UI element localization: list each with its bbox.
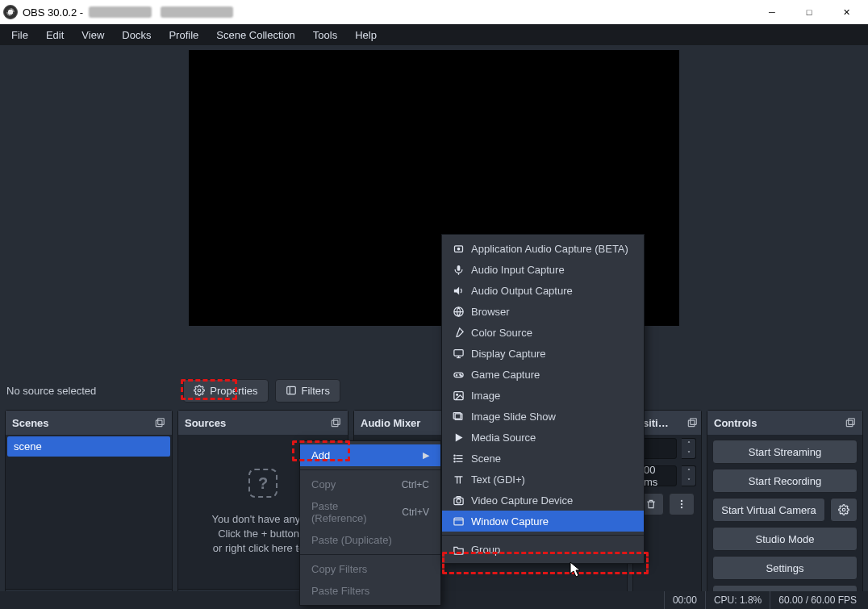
- status-cpu: CPU: 1.8%: [705, 591, 770, 609]
- svg-rect-29: [453, 349, 462, 356]
- submenu-color-source[interactable]: Color Source: [442, 322, 644, 343]
- sources-title: Sources: [185, 417, 226, 429]
- text-icon: [452, 473, 465, 486]
- separator: [300, 469, 440, 470]
- svg-point-45: [453, 455, 454, 456]
- window-maximize-button[interactable]: □: [791, 0, 828, 24]
- submenu-window-capture[interactable]: Window Capture: [442, 511, 644, 532]
- no-source-label: No source selected: [6, 385, 96, 397]
- submenu-game-capture[interactable]: Game Capture: [442, 364, 644, 385]
- separator: [442, 535, 644, 536]
- start-recording-button[interactable]: Start Recording: [712, 469, 858, 493]
- window-title: OBS 30.0.2 - xxxxxxx xxxxxxxx: [23, 6, 233, 19]
- menu-scene-collection[interactable]: Scene Collection: [208, 26, 303, 44]
- svg-rect-9: [332, 420, 338, 427]
- menu-tools[interactable]: Tools: [305, 26, 345, 44]
- obs-logo-icon: [3, 5, 18, 19]
- svg-marker-27: [453, 286, 458, 294]
- menubar: File Edit View Docks Profile Scene Colle…: [0, 24, 868, 45]
- studio-mode-button[interactable]: Studio Mode: [712, 527, 858, 551]
- start-streaming-button[interactable]: Start Streaming: [712, 440, 858, 464]
- question-icon: ?: [248, 469, 278, 498]
- context-add[interactable]: Add ▶: [300, 444, 440, 466]
- svg-rect-3: [156, 420, 162, 427]
- app-audio-icon: [452, 242, 465, 255]
- transition-more-button[interactable]: [669, 493, 695, 515]
- transition-duration-spinner[interactable]: ˄˅: [682, 465, 696, 486]
- svg-rect-50: [457, 496, 461, 498]
- camera-icon: [452, 494, 465, 507]
- slideshow-icon: [452, 410, 465, 423]
- submenu-audio-output[interactable]: Audio Output Capture: [442, 280, 644, 301]
- sources-header[interactable]: Sources: [178, 411, 348, 435]
- image-icon: [452, 389, 465, 402]
- menu-view[interactable]: View: [73, 26, 112, 44]
- filters-button[interactable]: Filters: [275, 379, 340, 403]
- context-paste-ref: Paste (Reference) Ctrl+V: [300, 495, 440, 529]
- submenu-audio-input[interactable]: Audio Input Capture: [442, 259, 644, 280]
- context-copy: Copy Ctrl+C: [300, 473, 440, 495]
- window-minimize-button[interactable]: ─: [753, 0, 791, 24]
- submenu-text-gdi[interactable]: Text (GDI+): [442, 469, 644, 490]
- sources-context-menu: Add ▶ Copy Ctrl+C Paste (Reference) Ctrl…: [299, 440, 441, 606]
- properties-label: Properties: [210, 385, 257, 397]
- svg-point-18: [681, 503, 682, 505]
- svg-rect-51: [453, 518, 462, 525]
- menu-file[interactable]: File: [3, 26, 36, 44]
- start-virtual-camera-button[interactable]: Start Virtual Camera: [712, 498, 825, 522]
- window-close-button[interactable]: ✕: [828, 0, 865, 24]
- svg-point-19: [681, 507, 682, 508]
- submenu-display-capture[interactable]: Display Capture: [442, 343, 644, 364]
- svg-point-47: [453, 461, 454, 461]
- scenes-title: Scenes: [12, 417, 49, 429]
- submenu-app-audio-capture[interactable]: Application Audio Capture (BETA): [442, 238, 644, 259]
- context-paste-dup: Paste (Duplicate): [300, 529, 440, 551]
- submenu-video-capture[interactable]: Video Capture Device: [442, 490, 644, 511]
- svg-point-36: [461, 375, 461, 376]
- svg-rect-1: [286, 386, 295, 394]
- submenu-group[interactable]: Group: [442, 539, 644, 560]
- submenu-image-slideshow[interactable]: Image Slide Show: [442, 406, 644, 427]
- controls-header[interactable]: Controls: [707, 411, 862, 435]
- submenu-arrow-icon: ▶: [423, 450, 429, 461]
- submenu-media-source[interactable]: Media Source: [442, 427, 644, 448]
- menu-profile[interactable]: Profile: [161, 26, 207, 44]
- svg-rect-10: [334, 419, 340, 425]
- svg-rect-16: [691, 419, 697, 425]
- context-paste-filters: Paste Filters: [300, 580, 440, 602]
- filters-label: Filters: [302, 385, 330, 397]
- svg-marker-41: [455, 433, 462, 441]
- svg-rect-37: [453, 391, 462, 399]
- menu-docks[interactable]: Docks: [114, 26, 159, 44]
- controls-dock: Controls Start Streaming Start Recording…: [707, 410, 863, 609]
- window-titlebar: OBS 30.0.2 - xxxxxxx xxxxxxxx ─ □ ✕: [0, 0, 868, 24]
- popout-icon[interactable]: [154, 417, 165, 428]
- scene-item[interactable]: scene: [7, 436, 170, 457]
- blurred-text: xxxxxxx: [89, 6, 152, 18]
- menu-help[interactable]: Help: [347, 26, 385, 44]
- scenes-header[interactable]: Scenes: [6, 411, 172, 435]
- submenu-image[interactable]: Image: [442, 385, 644, 406]
- svg-point-0: [198, 389, 202, 392]
- status-time: 00:00: [664, 591, 705, 609]
- svg-rect-21: [849, 419, 855, 425]
- virtual-camera-settings-button[interactable]: [830, 498, 858, 522]
- list-icon: [452, 452, 465, 465]
- svg-rect-25: [457, 265, 460, 270]
- svg-point-22: [842, 508, 845, 511]
- settings-button[interactable]: Settings: [712, 556, 858, 580]
- properties-button[interactable]: Properties: [183, 379, 268, 403]
- popout-icon[interactable]: [845, 417, 856, 428]
- svg-point-17: [681, 500, 682, 502]
- popout-icon[interactable]: [330, 417, 341, 428]
- window-icon: [452, 515, 465, 528]
- transition-select-spinner[interactable]: ˄˅: [682, 438, 696, 459]
- scenes-dock: Scenes scene: [5, 410, 173, 609]
- context-copy-filters: Copy Filters: [300, 558, 440, 580]
- svg-point-24: [457, 248, 460, 250]
- popout-icon[interactable]: [686, 417, 698, 428]
- separator: [300, 554, 440, 555]
- menu-edit[interactable]: Edit: [38, 26, 72, 44]
- submenu-browser[interactable]: Browser: [442, 301, 644, 322]
- submenu-scene[interactable]: Scene: [442, 448, 644, 469]
